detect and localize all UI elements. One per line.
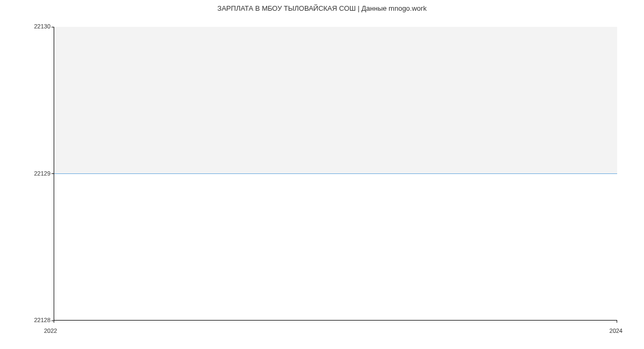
y-axis-tick-label: 22130 (24, 23, 50, 30)
plot-background-lower (54, 173, 617, 320)
plot-background-upper (54, 27, 617, 173)
x-tick-mark (54, 321, 54, 323)
y-tick-mark (52, 27, 54, 27)
x-axis-tick-label: 2022 (44, 328, 57, 334)
y-axis-tick-label: 22129 (24, 170, 50, 177)
plot-area (54, 27, 617, 321)
y-axis-tick-label: 22128 (24, 317, 50, 323)
chart-title: ЗАРПЛАТА В МБОУ ТЫЛОВАЙСКАЯ СОШ | Данные… (0, 4, 644, 12)
y-tick-mark (52, 173, 54, 174)
data-line (54, 173, 617, 174)
x-tick-mark (617, 321, 617, 323)
x-axis-tick-label: 2024 (610, 328, 623, 334)
